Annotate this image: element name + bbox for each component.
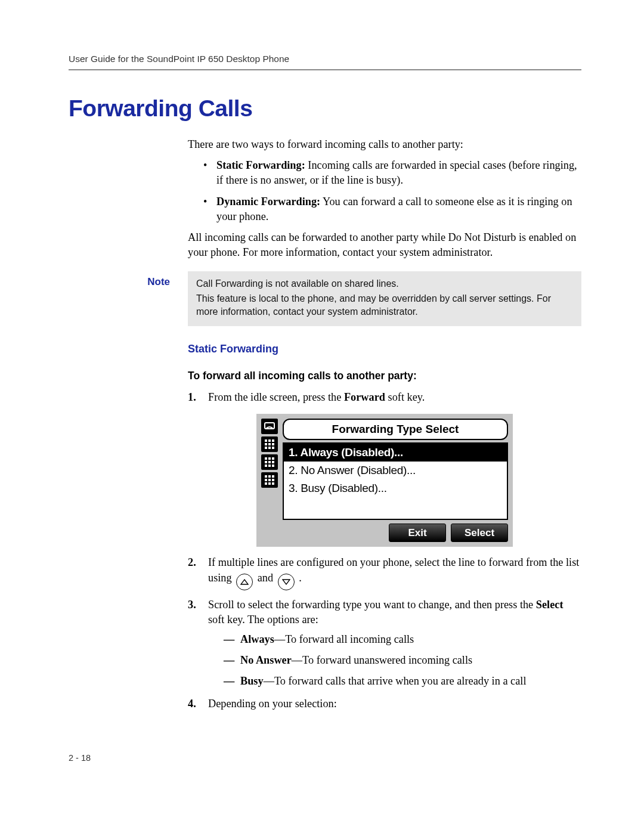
svg-rect-16 [265,465,267,467]
option-always-label: Always [240,633,274,645]
svg-rect-25 [265,482,267,485]
page-title: Forwarding Calls [69,95,581,122]
softkey-row: Exit Select [261,524,508,542]
options-list: Always—To forward all incoming calls No … [208,632,581,689]
phone-screenshot: Forwarding Type Select 1. Always (Disabl… [188,414,581,547]
svg-rect-13 [265,461,267,463]
note-block: Note Call Forwarding is not available on… [69,271,581,327]
svg-rect-5 [268,443,271,445]
bullet-static-label: Static Forwarding: [216,159,305,171]
option-always-text: —To forward all incoming calls [274,633,414,645]
svg-rect-23 [268,479,271,481]
screen-list: 1. Always (Disabled)... 2. No Answer (Di… [283,442,508,520]
procedure-heading: To forward all incoming calls to another… [188,368,581,383]
svg-rect-26 [268,482,271,485]
phone-screen: Forwarding Type Select 1. Always (Disabl… [256,414,513,547]
svg-rect-6 [272,443,274,445]
svg-rect-24 [272,479,274,481]
step-4-text: Depending on your selection: [208,698,337,710]
bullet-dynamic-label: Dynamic Forwarding: [216,196,320,208]
page: User Guide for the SoundPoint IP 650 Des… [0,0,644,798]
option-busy-label: Busy [240,675,264,687]
option-always: Always—To forward all incoming calls [224,632,581,647]
step-1: From the idle screen, press the Forward … [188,390,581,547]
body-content-2: Static Forwarding To forward all incomin… [188,342,581,711]
line-icons [261,419,280,524]
static-forwarding-heading: Static Forwarding [188,342,581,357]
option-busy: Busy—To forward calls that arrive when y… [224,674,581,689]
svg-rect-22 [265,479,267,481]
note-label: Note [69,271,188,327]
softkey-exit: Exit [389,524,446,542]
bullet-dynamic: Dynamic Forwarding: You can forward a ca… [203,194,581,224]
svg-rect-12 [272,457,274,460]
svg-rect-7 [265,447,267,449]
dnd-paragraph: All incoming calls can be forwarded to a… [188,230,581,260]
svg-rect-8 [268,447,271,449]
svg-rect-27 [272,482,274,485]
option-noanswer-label: No Answer [240,654,292,666]
svg-rect-2 [268,439,271,442]
option-noanswer: No Answer—To forward unanswered incoming… [224,653,581,668]
option-busy-text: —To forward calls that arrive when you a… [264,675,527,687]
note-line-2: This feature is local to the phone, and … [196,292,573,318]
step-2: If multiple lines are configured on your… [188,555,581,590]
step-2-text-b: and [255,572,276,584]
step-3: Scroll to select the forwarding type you… [188,597,581,689]
svg-rect-17 [268,465,271,467]
option-noanswer-text: —To forward unanswered incoming calls [292,654,472,666]
keypad-icon [261,472,278,488]
svg-rect-9 [272,447,274,449]
svg-rect-20 [268,475,271,478]
softkey-select: Select [451,524,508,542]
screen-title: Forwarding Type Select [283,419,508,440]
svg-rect-3 [272,439,274,442]
step-3-text-a: Scroll to select the forwarding type you… [208,599,536,611]
screen-item-always: 1. Always (Disabled)... [284,444,507,462]
svg-rect-15 [272,461,274,463]
bullet-static: Static Forwarding: Incoming calls are fo… [203,158,581,188]
steps-list: From the idle screen, press the Forward … [188,390,581,711]
body-content: There are two ways to forward incoming c… [188,137,581,261]
keypad-icon [261,454,278,470]
svg-rect-19 [265,475,267,478]
running-head: User Guide for the SoundPoint IP 650 Des… [69,54,581,70]
step-4: Depending on your selection: [188,696,581,711]
svg-rect-18 [272,465,274,467]
phone-icon [261,419,278,434]
note-body: Call Forwarding is not available on shar… [188,271,581,327]
step-3-text-c: soft key. The options are: [208,614,318,625]
svg-rect-10 [265,457,267,460]
keypad-icon [261,436,278,452]
svg-rect-14 [268,461,271,463]
down-arrow-icon [278,574,295,590]
svg-rect-11 [268,457,271,460]
step-1-text-a: From the idle screen, press the [208,391,344,403]
forwarding-types-list: Static Forwarding: Incoming calls are fo… [188,158,581,224]
up-arrow-icon [236,574,253,590]
svg-rect-4 [265,443,267,445]
svg-rect-21 [272,475,274,478]
page-number: 2 - 18 [69,753,581,763]
step-1-text-c: soft key. [385,391,425,403]
screen-item-noanswer: 2. No Answer (Disabled)... [284,462,507,479]
screen-item-busy: 3. Busy (Disabled)... [284,479,507,497]
note-line-1: Call Forwarding is not available on shar… [196,277,573,290]
svg-rect-1 [265,439,267,442]
step-3-softkey: Select [536,599,564,611]
step-2-text-c: . [296,572,302,584]
intro-paragraph: There are two ways to forward incoming c… [188,137,581,152]
step-1-softkey: Forward [344,391,385,403]
